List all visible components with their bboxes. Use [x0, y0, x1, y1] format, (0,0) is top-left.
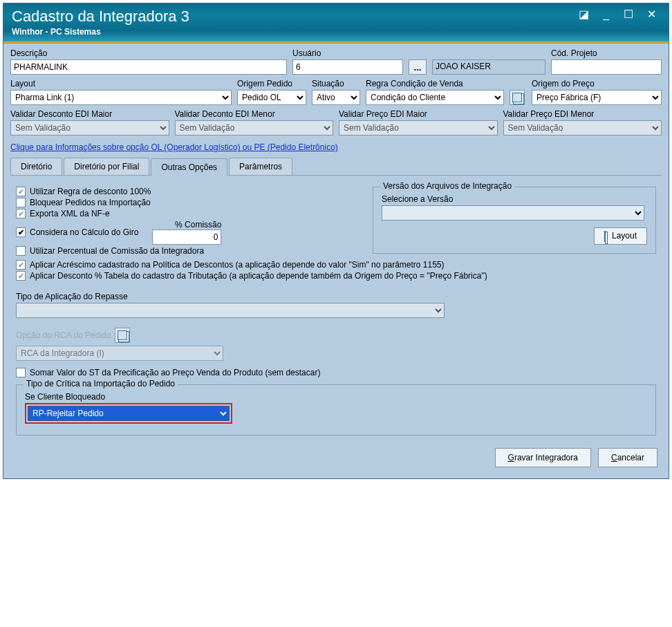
origem-preco-label: Origem do Preço	[532, 79, 662, 88]
tab-parametros[interactable]: Parâmetros	[229, 158, 292, 175]
rca-icon[interactable]	[115, 328, 130, 343]
usuario-lookup-button[interactable]: ...	[409, 59, 427, 75]
repasse-select[interactable]	[16, 303, 445, 318]
regra-label: Regra Condição de Venda	[366, 79, 504, 88]
chk-aplicar-acrescimo-label: Aplicar Acréscimo cadastrado na Política…	[30, 260, 445, 270]
val-preco-menor-label: Validar Preço EDI Menor	[503, 109, 662, 119]
critica-highlight: RP-Rejeitar Pedido	[25, 403, 232, 424]
copy-icon[interactable]	[510, 90, 525, 105]
val-preco-maior-label: Validar Preço EDI Maior	[339, 109, 498, 119]
critica-select[interactable]: RP-Rejeitar Pedido	[28, 406, 230, 421]
layout-select[interactable]: Pharma Link (1)	[10, 90, 232, 105]
chk-considera-giro-label: Considera no Cálculo do Giro	[30, 227, 138, 237]
usuario-label: Usuário	[292, 48, 403, 58]
origem-preco-select[interactable]: Preço Fábrica (F)	[532, 90, 662, 105]
tab-diretorio-filial[interactable]: Diretório por Filial	[64, 158, 149, 175]
versao-group-title: Versão dos Arquivos de Integração	[380, 181, 514, 191]
save-button[interactable]: Gravar Integradora	[495, 448, 591, 467]
tab-diretorio[interactable]: Diretório	[10, 158, 62, 175]
val-desc-menor-label: Validar Deconto EDI Menor	[175, 109, 334, 119]
chk-somar-st[interactable]	[16, 368, 26, 377]
chk-aplicar-desconto-trib[interactable]: ✔	[16, 271, 26, 281]
val-desc-maior-label: Validar Desconto EDI Maior	[10, 109, 169, 119]
repasse-label: Tipo de Aplicação do Repasse	[16, 292, 656, 301]
val-desc-maior-select[interactable]: Sem Validação	[10, 120, 169, 135]
window-title: Cadastro da Integradora 3	[12, 8, 660, 26]
critica-group-title: Tipo de Crítica na Importação do Pedido	[24, 379, 178, 389]
cancel-button[interactable]: Cancelar	[598, 448, 657, 467]
maximize-icon[interactable]: ☐	[624, 8, 639, 20]
descricao-input[interactable]	[10, 59, 287, 75]
chk-bloquear-pedidos-label: Bloquear Pedidos na Importação	[30, 198, 151, 207]
layout-button[interactable]: Layout	[594, 227, 647, 245]
chk-somar-st-label: Somar Valor do ST da Precificação ao Pre…	[30, 368, 320, 377]
descricao-label: Descrição	[10, 48, 287, 58]
chk-regra-desconto[interactable]: ✔	[16, 187, 26, 196]
chk-exporta-xml[interactable]: ✔	[16, 209, 26, 218]
origem-pedido-select[interactable]: Pedido OL	[237, 90, 306, 105]
tab-strip: Diretório Diretório por Filial Outras Op…	[10, 158, 662, 176]
val-preco-maior-select[interactable]: Sem Validação	[339, 120, 498, 135]
versao-select-label: Selecione a Versão	[382, 194, 647, 204]
info-link[interactable]: Clique para Informações sobre opção OL (…	[10, 142, 338, 152]
val-preco-menor-select[interactable]: Sem Validação	[503, 120, 662, 135]
tab-outras-opcoes[interactable]: Outras Opções	[151, 158, 227, 176]
rca-select: RCA da Integradora (I)	[16, 346, 223, 361]
usuario-code-input[interactable]	[292, 59, 403, 75]
rca-label: Opção do RCA do Pedido	[16, 330, 111, 340]
title-bar: Cadastro da Integradora 3 Winthor - PC S…	[3, 3, 669, 43]
critica-group: Tipo de Crítica na Importação do Pedido …	[16, 384, 656, 436]
usuario-name-display: JOAO KAISER	[432, 59, 545, 75]
chk-aplicar-acrescimo[interactable]: ✔	[16, 260, 26, 270]
chk-regra-desconto-label: Utilizar Regra de desconto 100%	[30, 187, 151, 196]
chk-exporta-xml-label: Exporta XML da NF-e	[30, 209, 110, 218]
restore-icon[interactable]: ◪	[579, 8, 595, 20]
versao-select[interactable]	[382, 205, 644, 221]
regra-select[interactable]: Condição do Cliente	[366, 90, 504, 105]
cod-projeto-input[interactable]	[551, 59, 662, 75]
chk-considera-giro[interactable]: ✔	[16, 227, 26, 237]
critica-sub-label: Se Cliente Bloqueado	[25, 392, 647, 402]
cod-projeto-label: Cód. Projeto	[551, 48, 662, 58]
versao-group: Versão dos Arquivos de Integração Seleci…	[373, 187, 656, 254]
window-subtitle: Winthor - PC Sistemas	[12, 27, 660, 37]
close-icon[interactable]: ✕	[647, 8, 662, 20]
chk-percentual-comissao-label: Utilizar Percentual de Comissão da Integ…	[30, 246, 204, 256]
minimize-icon[interactable]: _	[603, 8, 615, 20]
val-desc-menor-select[interactable]: Sem Validação	[175, 120, 334, 135]
chk-aplicar-desconto-trib-label: Aplicar Desconto % Tabela do cadastro da…	[30, 271, 487, 281]
situacao-select[interactable]: Ativo	[312, 90, 360, 105]
chk-bloquear-pedidos[interactable]	[16, 198, 26, 207]
comissao-input[interactable]	[152, 230, 221, 245]
comissao-label: % Comissão	[175, 220, 221, 230]
situacao-label: Situação	[312, 79, 360, 88]
origem-pedido-label: Origem Pedido	[237, 79, 306, 88]
layout-icon	[604, 232, 606, 241]
chk-percentual-comissao[interactable]	[16, 246, 26, 256]
layout-label: Layout	[10, 79, 232, 88]
